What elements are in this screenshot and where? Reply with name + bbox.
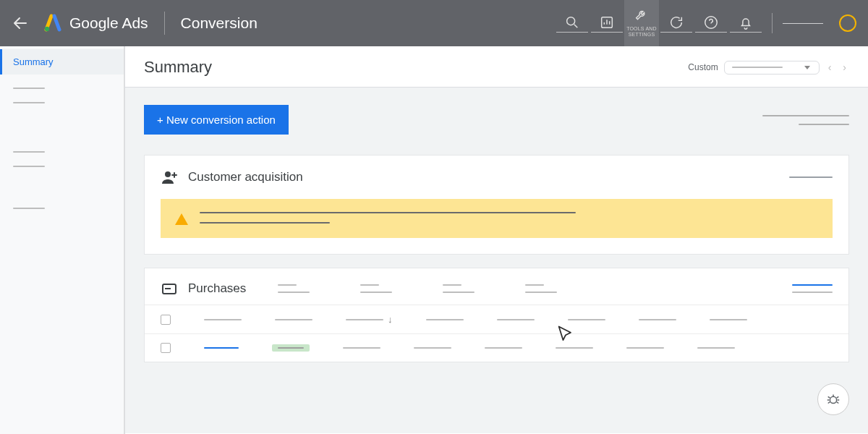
card-title: Customer acquisition <box>188 170 303 184</box>
reports-icon[interactable] <box>590 0 624 46</box>
cell <box>556 347 593 349</box>
header-divider <box>772 13 773 33</box>
brand-logo: Google Ads <box>43 14 148 33</box>
select-all-checkbox[interactable] <box>161 315 171 325</box>
cell-status <box>272 344 310 352</box>
date-range-label: Custom <box>688 62 718 72</box>
header-divider <box>164 12 165 35</box>
bug-icon <box>825 391 841 407</box>
cell <box>626 347 664 349</box>
svg-point-6 <box>830 396 836 403</box>
cell <box>414 347 451 349</box>
header-section-title: Conversion <box>181 14 258 32</box>
cell-link[interactable] <box>204 347 239 349</box>
purchases-metrics <box>278 284 557 293</box>
sidebar-item-placeholder[interactable] <box>13 208 45 209</box>
column-header[interactable] <box>497 319 535 320</box>
svg-point-0 <box>45 27 49 31</box>
header-toolbar: TOOLS AND SETTINGS <box>555 0 856 46</box>
sidebar-item-placeholder[interactable] <box>13 88 45 89</box>
cell <box>697 347 735 349</box>
row-checkbox[interactable] <box>161 343 171 353</box>
prev-period-icon[interactable]: ‹ <box>825 61 835 73</box>
purchases-card: Purchases ↓ <box>144 268 849 362</box>
sidebar: Summary <box>0 46 124 434</box>
account-placeholder[interactable] <box>783 23 823 24</box>
sidebar-item-placeholder[interactable] <box>13 102 45 103</box>
brand-name: Google Ads <box>69 14 148 32</box>
card-title: Purchases <box>188 281 246 296</box>
card-sub-link[interactable] <box>792 292 833 293</box>
next-period-icon[interactable]: › <box>840 61 849 73</box>
column-header[interactable] <box>275 319 312 320</box>
sort-arrow-icon: ↓ <box>388 314 393 325</box>
column-header[interactable] <box>426 319 464 320</box>
date-range-controls: Custom ‹ › <box>688 61 849 75</box>
warning-text-line <box>200 222 330 224</box>
sidebar-item-placeholder[interactable] <box>13 151 45 153</box>
column-header[interactable] <box>639 319 676 320</box>
column-header[interactable] <box>568 319 605 320</box>
back-arrow-icon[interactable] <box>12 14 29 32</box>
card-action-link[interactable] <box>789 176 833 178</box>
summary-meta-placeholder <box>762 115 849 125</box>
help-icon[interactable] <box>694 0 728 46</box>
main-panel: Summary Custom ‹ › + New conversion acti… <box>124 46 868 434</box>
search-icon[interactable] <box>555 0 590 46</box>
warning-text-line <box>200 212 576 213</box>
refresh-icon[interactable] <box>659 0 694 46</box>
app-header: Google Ads Conversion TOOLS AND SETTINGS <box>0 0 868 46</box>
column-header[interactable] <box>710 319 747 320</box>
cell <box>343 347 380 349</box>
chevron-down-icon <box>803 66 812 69</box>
feedback-fab[interactable] <box>817 383 849 415</box>
column-header-sorted[interactable]: ↓ <box>346 314 393 325</box>
warning-icon <box>175 213 188 225</box>
svg-point-4 <box>165 171 171 177</box>
table-row[interactable] <box>145 333 848 362</box>
warning-banner <box>161 199 833 238</box>
avatar[interactable] <box>839 14 856 32</box>
customer-acquisition-card: Customer acquisition <box>144 155 849 255</box>
column-header[interactable] <box>204 319 242 320</box>
cell <box>485 347 522 349</box>
tools-settings-label: TOOLS AND SETTINGS <box>624 26 659 37</box>
new-conversion-action-button[interactable]: + New conversion action <box>144 105 289 135</box>
sidebar-item-placeholder[interactable] <box>13 166 45 167</box>
sidebar-item-summary[interactable]: Summary <box>0 49 124 75</box>
google-ads-logo-icon <box>43 14 62 33</box>
tools-settings-icon[interactable]: TOOLS AND SETTINGS <box>624 0 659 46</box>
card-link[interactable] <box>792 284 833 286</box>
date-range-select[interactable] <box>724 61 820 75</box>
table-header-row: ↓ <box>145 305 848 333</box>
notifications-icon[interactable] <box>728 0 763 46</box>
credit-card-icon <box>161 280 178 297</box>
add-user-icon <box>161 169 178 186</box>
svg-point-1 <box>567 17 575 25</box>
page-title: Summary <box>144 58 212 77</box>
